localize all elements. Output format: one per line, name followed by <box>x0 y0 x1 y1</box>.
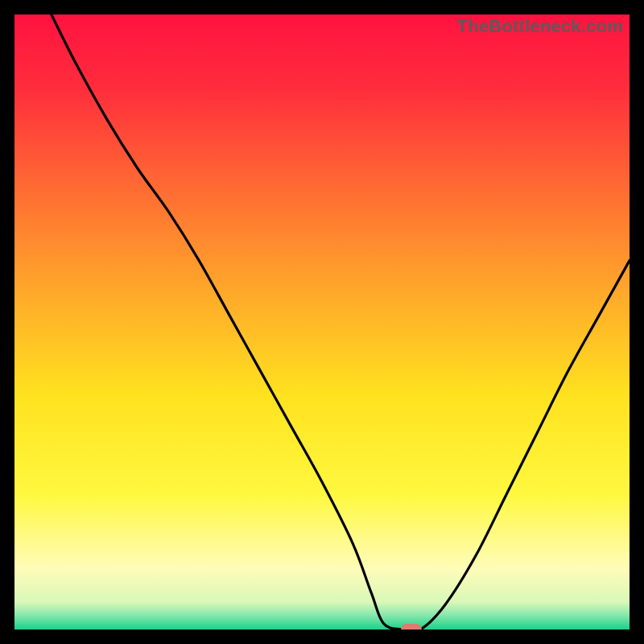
bottleneck-curve <box>14 14 630 630</box>
chart-frame: TheBottleneck.com <box>0 0 644 644</box>
watermark-text: TheBottleneck.com <box>457 16 623 37</box>
optimal-marker <box>401 624 422 630</box>
plot-area: TheBottleneck.com <box>14 14 630 630</box>
